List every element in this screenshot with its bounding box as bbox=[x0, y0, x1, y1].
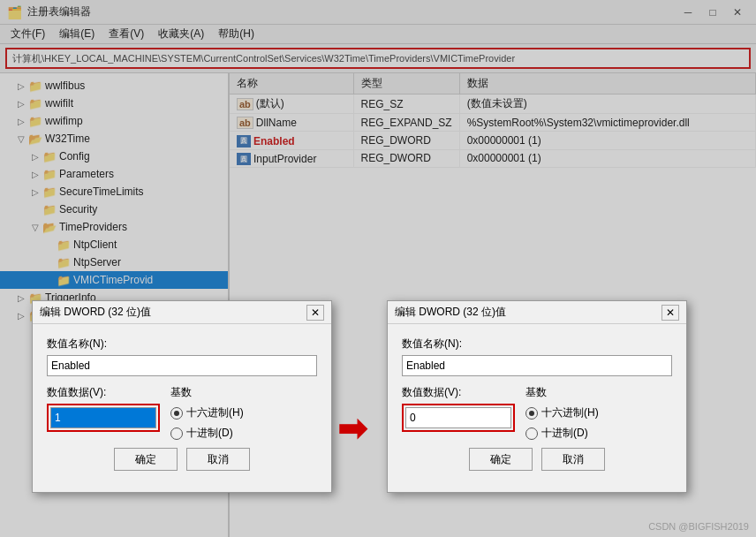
base-box-2: 基数 十六进制(H) 十进制(D) bbox=[525, 385, 672, 441]
dialog-body-2: 数值名称(N): 数值数据(V): 基数 十六进制(H) bbox=[388, 324, 686, 492]
name-input-1[interactable] bbox=[47, 355, 317, 376]
radio-dot-hex-1 bbox=[170, 407, 183, 420]
dialog-close-2[interactable]: ✕ bbox=[662, 305, 679, 321]
radio-dec-1[interactable]: 十进制(D) bbox=[170, 426, 317, 441]
value-box-2: 数值数据(V): bbox=[402, 385, 515, 432]
value-input-1[interactable] bbox=[50, 407, 156, 428]
value-label-2: 数值数据(V): bbox=[402, 385, 515, 400]
radio-dec-label-1: 十进制(D) bbox=[186, 426, 233, 441]
cancel-button-2[interactable]: 取消 bbox=[541, 448, 605, 471]
radio-hex-2[interactable]: 十六进制(H) bbox=[525, 405, 672, 420]
value-input-wrap-1 bbox=[47, 404, 160, 432]
dialog-edit-dword-1: 编辑 DWORD (32 位)值 ✕ 数值名称(N): 数值数据(V): 基数 bbox=[32, 300, 332, 493]
ok-button-2[interactable]: 确定 bbox=[469, 448, 533, 471]
radio-hex-label-1: 十六进制(H) bbox=[186, 405, 244, 420]
dialog-row-1: 数值数据(V): 基数 十六进制(H) 十进制(D) bbox=[47, 385, 317, 441]
dialog-footer-2: 确定 取消 bbox=[402, 441, 672, 481]
dialog-title-2: 编辑 DWORD (32 位)值 bbox=[395, 305, 662, 320]
dialog-titlebar-1: 编辑 DWORD (32 位)值 ✕ bbox=[33, 301, 331, 324]
base-box-1: 基数 十六进制(H) 十进制(D) bbox=[170, 385, 317, 441]
watermark: CSDN @BIGFISH2019 bbox=[648, 521, 749, 532]
arrow-icon: ➡ bbox=[337, 408, 367, 449]
dialog-footer-1: 确定 取消 bbox=[47, 441, 317, 481]
radio-group-1: 十六进制(H) 十进制(D) bbox=[170, 405, 317, 441]
name-label-1: 数值名称(N): bbox=[47, 337, 317, 352]
dialog-titlebar-2: 编辑 DWORD (32 位)值 ✕ bbox=[388, 301, 686, 324]
radio-group-2: 十六进制(H) 十进制(D) bbox=[525, 405, 672, 441]
dialog-row-2: 数值数据(V): 基数 十六进制(H) 十进制(D) bbox=[402, 385, 672, 441]
cancel-button-1[interactable]: 取消 bbox=[186, 448, 250, 471]
dialog-body-1: 数值名称(N): 数值数据(V): 基数 十六进制(H) bbox=[33, 324, 331, 492]
name-label-2: 数值名称(N): bbox=[402, 337, 672, 352]
radio-dot-dec-1 bbox=[170, 427, 183, 440]
value-input-wrap-2 bbox=[402, 404, 515, 432]
radio-dec-label-2: 十进制(D) bbox=[541, 426, 588, 441]
value-box-1: 数值数据(V): bbox=[47, 385, 160, 432]
value-label-1: 数值数据(V): bbox=[47, 385, 160, 400]
radio-dec-2[interactable]: 十进制(D) bbox=[525, 426, 672, 441]
radio-dot-dec-2 bbox=[525, 427, 538, 440]
radio-dot-hex-2 bbox=[525, 407, 538, 420]
ok-button-1[interactable]: 确定 bbox=[114, 448, 178, 471]
dialog-close-1[interactable]: ✕ bbox=[306, 305, 324, 321]
radio-hex-1[interactable]: 十六进制(H) bbox=[170, 405, 317, 420]
radio-hex-label-2: 十六进制(H) bbox=[541, 405, 599, 420]
base-label-2: 基数 bbox=[525, 385, 672, 400]
dialog-edit-dword-2: 编辑 DWORD (32 位)值 ✕ 数值名称(N): 数值数据(V): 基数 bbox=[387, 300, 687, 493]
base-label-1: 基数 bbox=[170, 385, 317, 400]
dialog-title-1: 编辑 DWORD (32 位)值 bbox=[40, 305, 306, 320]
name-input-2[interactable] bbox=[402, 355, 672, 376]
value-input-2[interactable] bbox=[405, 407, 511, 428]
